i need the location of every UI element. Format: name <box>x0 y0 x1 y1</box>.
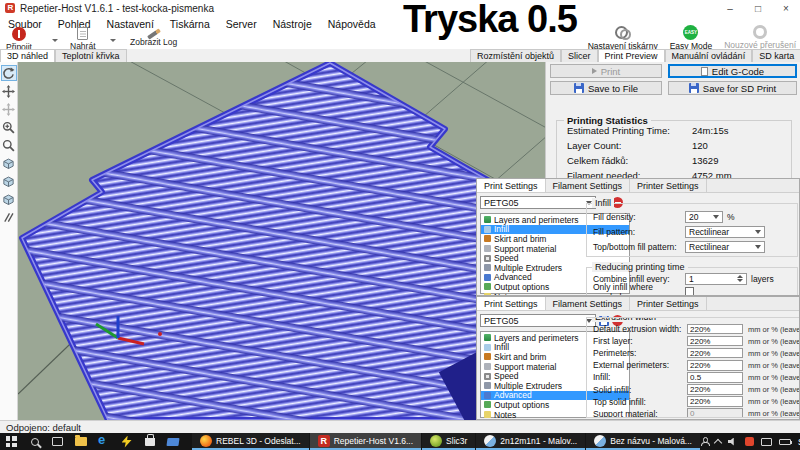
preview-tab[interactable]: Slicer <box>561 49 598 62</box>
preview-tab[interactable]: Print Preview <box>598 49 665 62</box>
slicer-tab[interactable]: Filament Settings <box>546 179 631 192</box>
top-view-button[interactable] <box>1 191 17 207</box>
menu-item[interactable]: Server <box>218 17 265 31</box>
cross-section-button[interactable] <box>1 209 17 225</box>
print-preview-canvas[interactable] <box>18 62 545 420</box>
taskbar-icon[interactable] <box>69 433 92 450</box>
slicer-tab[interactable]: Print Settings <box>477 179 546 192</box>
edit-gcode-button[interactable]: Edit G-Code <box>668 64 797 78</box>
section-icon <box>484 382 491 389</box>
profile-select[interactable]: PETG05 <box>480 314 596 327</box>
save-to-file-button[interactable]: Save to File <box>550 81 662 95</box>
save-for-sd-button[interactable]: Save for SD Print <box>668 81 797 95</box>
extrusion-width-input[interactable]: 220% <box>687 324 743 335</box>
stat-value: 120 <box>692 140 708 151</box>
slicer-tab[interactable]: Filament Settings <box>546 297 631 310</box>
menu-item[interactable]: Nápověda <box>320 17 384 31</box>
printing-statistics-title: Printing Statistics <box>564 115 651 126</box>
stat-row: Estimated Printing Time: 24m:15s <box>567 125 791 136</box>
printer-settings-button[interactable]: Nastavení tiskárny <box>588 25 658 51</box>
view-tab[interactable]: 3D náhled <box>0 49 55 62</box>
fill-density-select[interactable]: 20 <box>685 211 723 223</box>
load-button[interactable]: Nahrát <box>70 27 96 51</box>
taskbar-icon[interactable] <box>138 433 161 450</box>
isometric-view-button[interactable] <box>1 155 17 171</box>
taskbar-icon[interactable] <box>92 433 115 450</box>
menu-item[interactable]: Nástroje <box>265 17 320 31</box>
profile-select[interactable]: PETG05 <box>480 196 596 209</box>
preview-tab[interactable]: Manuální ovládání <box>665 49 753 62</box>
section-icon <box>484 274 491 281</box>
preview-tab[interactable]: Rozmístění objektů <box>470 49 561 62</box>
repetier-host-window: Repetier-Host V1.6.1 - test-kocka-pismen… <box>0 0 800 450</box>
stat-row: Layer Count: 120 <box>567 140 791 151</box>
spinner-arrows-icon[interactable] <box>737 275 743 282</box>
chevron-up-icon[interactable] <box>714 438 722 446</box>
section-icon <box>484 373 491 380</box>
move-object-button[interactable] <box>1 101 17 117</box>
volume-icon[interactable] <box>728 438 738 446</box>
chevron-down-icon <box>713 215 719 219</box>
antivirus-icon[interactable] <box>745 437 754 446</box>
zoom-in-button[interactable] <box>1 119 17 135</box>
battery-icon[interactable] <box>779 439 791 445</box>
extrusion-width-input[interactable]: 220% <box>687 396 743 407</box>
connect-caret-icon[interactable] <box>52 39 58 42</box>
easy-mode-button[interactable]: EASY Easy Mode <box>670 25 713 51</box>
taskbar-icon[interactable] <box>0 433 23 450</box>
extrusion-width-input[interactable]: 220% <box>687 384 743 395</box>
fill-pattern-select[interactable]: Rectilinear <box>685 226 765 238</box>
zoom-button[interactable] <box>1 137 17 153</box>
app-icon <box>200 435 212 447</box>
slic3r-print-settings-window-infill: Print SettingsFilament SettingsPrinter S… <box>476 178 800 296</box>
extrusion-width-input[interactable]: 220% <box>687 348 743 359</box>
extrusion-width-input[interactable]: 0.5 <box>687 372 743 383</box>
taskbar-app-button[interactable]: Repetier-Host V1.6... <box>310 433 421 450</box>
taskbar-icon[interactable] <box>161 433 184 450</box>
preview-tab[interactable]: SD karta <box>752 49 800 62</box>
floppy-icon <box>689 83 699 93</box>
extrusion-width-row: Solid infill: 220% mm or % (leave 0 for <box>593 383 799 395</box>
slicer-tab[interactable]: Print Settings <box>477 297 546 310</box>
print-button[interactable]: Print <box>550 64 662 78</box>
top-bottom-fill-pattern-select[interactable]: Rectilinear <box>685 241 765 253</box>
taskbar-app-button[interactable]: 2n12m1n1 - Malov... <box>476 433 585 450</box>
extrusion-width-input[interactable]: 0 <box>687 408 743 418</box>
people-icon[interactable] <box>701 438 708 445</box>
taskbar-icon[interactable] <box>23 433 46 450</box>
emergency-stop-button: Nouzové přerušení <box>724 25 796 51</box>
slicer-tab[interactable]: Printer Settings <box>630 297 707 310</box>
section-icon <box>484 411 491 418</box>
extrusion-width-input[interactable]: 220% <box>687 336 743 347</box>
front-view-button[interactable] <box>1 173 17 189</box>
viewport-tool-strip <box>0 62 18 420</box>
title-bar: Repetier-Host V1.6.1 - test-kocka-pismen… <box>0 0 800 16</box>
extrusion-width-rows: Default extrusion width: 220% mm or % (l… <box>587 323 799 418</box>
section-icon <box>484 245 491 252</box>
load-caret-icon[interactable] <box>110 39 116 42</box>
extrusion-width-row: Support material: 0 mm or % (leave 0 for <box>593 408 799 418</box>
show-log-button[interactable]: Zobrazit Log <box>130 27 177 47</box>
close-button[interactable]: × <box>772 0 800 16</box>
taskbar-app-button[interactable]: Slic3r <box>422 433 475 450</box>
section-icon <box>484 334 491 341</box>
minimize-button[interactable]: – <box>716 0 744 16</box>
extrusion-width-row: Perimeters: 220% mm or % (leave 0 for <box>593 347 799 359</box>
preview-tabs: Rozmístění objektůSlicerPrint PreviewMan… <box>470 49 800 62</box>
extrusion-width-input[interactable]: 220% <box>687 360 743 371</box>
maximize-button[interactable]: □ <box>744 0 772 16</box>
slicer-tab[interactable]: Printer Settings <box>630 179 707 192</box>
display-icon[interactable] <box>761 438 772 446</box>
combine-infill-input[interactable]: 1 <box>685 273 747 285</box>
system-tray: SLK 19:57 11.04.2018 1 <box>701 434 800 450</box>
taskbar-icon[interactable] <box>46 433 69 450</box>
taskbar-icon[interactable] <box>115 433 138 450</box>
connect-icon <box>12 27 26 41</box>
rotate-view-button[interactable] <box>1 65 17 81</box>
move-view-button[interactable] <box>1 83 17 99</box>
view-tab[interactable]: Teplotní křivka <box>55 49 127 62</box>
taskbar-app-button[interactable]: REBEL 3D - Odeslat... <box>192 433 309 450</box>
section-icon <box>484 353 491 360</box>
only-infill-where-needed-checkbox[interactable] <box>685 287 694 296</box>
taskbar-app-button[interactable]: Bez názvu - Malová... <box>586 433 700 450</box>
